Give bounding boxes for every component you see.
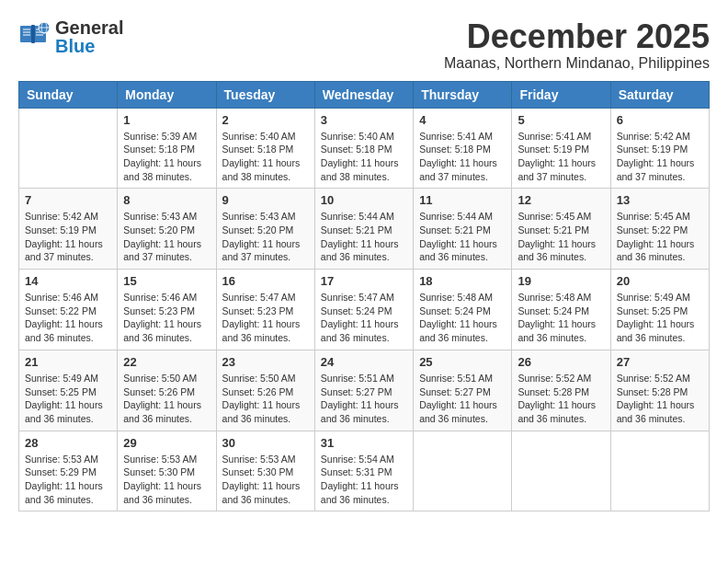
day-info: Sunrise: 5:45 AMSunset: 5:22 PMDaylight:…	[617, 210, 703, 264]
table-row: 26Sunrise: 5:52 AMSunset: 5:28 PMDayligh…	[512, 350, 610, 431]
header-thursday: Thursday	[414, 81, 512, 108]
day-info: Sunrise: 5:50 AMSunset: 5:26 PMDaylight:…	[222, 372, 309, 426]
day-number: 3	[321, 113, 407, 127]
day-number: 13	[617, 193, 703, 207]
day-number: 20	[617, 274, 703, 288]
table-row: 22Sunrise: 5:50 AMSunset: 5:26 PMDayligh…	[118, 350, 216, 431]
table-row: 29Sunrise: 5:53 AMSunset: 5:30 PMDayligh…	[118, 431, 216, 511]
calendar-week-row: 14Sunrise: 5:46 AMSunset: 5:22 PMDayligh…	[19, 270, 710, 350]
day-info: Sunrise: 5:47 AMSunset: 5:23 PMDaylight:…	[222, 291, 309, 345]
day-info: Sunrise: 5:43 AMSunset: 5:20 PMDaylight:…	[123, 210, 210, 264]
day-info: Sunrise: 5:41 AMSunset: 5:18 PMDaylight:…	[419, 130, 506, 184]
header-sunday: Sunday	[19, 81, 118, 108]
logo-icon	[18, 20, 51, 53]
day-number: 19	[518, 274, 604, 288]
day-info: Sunrise: 5:51 AMSunset: 5:27 PMDaylight:…	[321, 372, 407, 426]
day-info: Sunrise: 5:42 AMSunset: 5:19 PMDaylight:…	[25, 210, 111, 264]
table-row: 16Sunrise: 5:47 AMSunset: 5:23 PMDayligh…	[216, 270, 314, 350]
day-info: Sunrise: 5:42 AMSunset: 5:19 PMDaylight:…	[617, 130, 703, 184]
day-number: 23	[222, 355, 309, 369]
table-row	[610, 431, 709, 511]
day-number: 6	[617, 113, 703, 127]
day-info: Sunrise: 5:52 AMSunset: 5:28 PMDaylight:…	[617, 372, 703, 426]
day-number: 29	[123, 436, 210, 450]
day-info: Sunrise: 5:44 AMSunset: 5:21 PMDaylight:…	[419, 210, 506, 264]
table-row	[414, 431, 512, 511]
header-wednesday: Wednesday	[314, 81, 413, 108]
day-number: 4	[419, 113, 506, 127]
day-number: 27	[617, 355, 703, 369]
table-row: 23Sunrise: 5:50 AMSunset: 5:26 PMDayligh…	[216, 350, 314, 431]
svg-rect-1	[20, 26, 33, 42]
day-info: Sunrise: 5:41 AMSunset: 5:19 PMDaylight:…	[518, 130, 604, 184]
title-section: December 2025 Maanas, Northern Mindanao,…	[444, 18, 710, 72]
month-title: December 2025	[444, 18, 710, 55]
logo: General Blue	[18, 18, 123, 55]
day-info: Sunrise: 5:43 AMSunset: 5:20 PMDaylight:…	[222, 210, 309, 264]
header-friday: Friday	[512, 81, 610, 108]
calendar-header-row: Sunday Monday Tuesday Wednesday Thursday…	[19, 81, 710, 108]
day-number: 17	[321, 274, 407, 288]
calendar-week-row: 28Sunrise: 5:53 AMSunset: 5:29 PMDayligh…	[19, 431, 710, 511]
table-row: 5Sunrise: 5:41 AMSunset: 5:19 PMDaylight…	[512, 108, 610, 189]
day-number: 25	[419, 355, 506, 369]
location-title: Maanas, Northern Mindanao, Philippines	[444, 55, 710, 72]
table-row	[512, 431, 610, 511]
day-number: 2	[222, 113, 309, 127]
svg-rect-3	[31, 25, 35, 43]
table-row: 24Sunrise: 5:51 AMSunset: 5:27 PMDayligh…	[314, 350, 413, 431]
table-row: 7Sunrise: 5:42 AMSunset: 5:19 PMDaylight…	[19, 189, 118, 270]
day-info: Sunrise: 5:45 AMSunset: 5:21 PMDaylight:…	[518, 210, 604, 264]
day-info: Sunrise: 5:51 AMSunset: 5:27 PMDaylight:…	[419, 372, 506, 426]
day-info: Sunrise: 5:46 AMSunset: 5:23 PMDaylight:…	[123, 291, 210, 345]
day-number: 24	[321, 355, 407, 369]
day-number: 1	[123, 113, 210, 127]
day-info: Sunrise: 5:40 AMSunset: 5:18 PMDaylight:…	[321, 130, 407, 184]
day-number: 7	[25, 193, 111, 207]
table-row: 14Sunrise: 5:46 AMSunset: 5:22 PMDayligh…	[19, 270, 118, 350]
table-row: 17Sunrise: 5:47 AMSunset: 5:24 PMDayligh…	[314, 270, 413, 350]
table-row: 2Sunrise: 5:40 AMSunset: 5:18 PMDaylight…	[216, 108, 314, 189]
header-monday: Monday	[118, 81, 216, 108]
day-info: Sunrise: 5:39 AMSunset: 5:18 PMDaylight:…	[123, 130, 210, 184]
table-row: 6Sunrise: 5:42 AMSunset: 5:19 PMDaylight…	[610, 108, 709, 189]
day-info: Sunrise: 5:49 AMSunset: 5:25 PMDaylight:…	[617, 291, 703, 345]
table-row: 21Sunrise: 5:49 AMSunset: 5:25 PMDayligh…	[19, 350, 118, 431]
day-info: Sunrise: 5:48 AMSunset: 5:24 PMDaylight:…	[518, 291, 604, 345]
day-number: 31	[321, 436, 407, 450]
day-info: Sunrise: 5:54 AMSunset: 5:31 PMDaylight:…	[321, 453, 407, 507]
day-number: 28	[25, 436, 111, 450]
day-number: 8	[123, 193, 210, 207]
table-row	[19, 108, 118, 189]
table-row: 19Sunrise: 5:48 AMSunset: 5:24 PMDayligh…	[512, 270, 610, 350]
day-info: Sunrise: 5:46 AMSunset: 5:22 PMDaylight:…	[25, 291, 111, 345]
day-number: 11	[419, 193, 506, 207]
day-info: Sunrise: 5:53 AMSunset: 5:30 PMDaylight:…	[222, 453, 309, 507]
day-info: Sunrise: 5:48 AMSunset: 5:24 PMDaylight:…	[419, 291, 506, 345]
day-number: 15	[123, 274, 210, 288]
day-info: Sunrise: 5:40 AMSunset: 5:18 PMDaylight:…	[222, 130, 309, 184]
day-number: 14	[25, 274, 111, 288]
day-info: Sunrise: 5:50 AMSunset: 5:26 PMDaylight:…	[123, 372, 210, 426]
day-info: Sunrise: 5:44 AMSunset: 5:21 PMDaylight:…	[321, 210, 407, 264]
day-number: 30	[222, 436, 309, 450]
logo-blue: Blue	[55, 36, 95, 56]
table-row: 20Sunrise: 5:49 AMSunset: 5:25 PMDayligh…	[610, 270, 709, 350]
day-info: Sunrise: 5:52 AMSunset: 5:28 PMDaylight:…	[518, 372, 604, 426]
day-number: 26	[518, 355, 604, 369]
table-row: 3Sunrise: 5:40 AMSunset: 5:18 PMDaylight…	[314, 108, 413, 189]
table-row: 18Sunrise: 5:48 AMSunset: 5:24 PMDayligh…	[414, 270, 512, 350]
day-number: 10	[321, 193, 407, 207]
day-info: Sunrise: 5:53 AMSunset: 5:30 PMDaylight:…	[123, 453, 210, 507]
table-row: 13Sunrise: 5:45 AMSunset: 5:22 PMDayligh…	[610, 189, 709, 270]
table-row: 15Sunrise: 5:46 AMSunset: 5:23 PMDayligh…	[118, 270, 216, 350]
logo-general: General	[55, 17, 123, 38]
day-info: Sunrise: 5:49 AMSunset: 5:25 PMDaylight:…	[25, 372, 111, 426]
table-row: 27Sunrise: 5:52 AMSunset: 5:28 PMDayligh…	[610, 350, 709, 431]
table-row: 12Sunrise: 5:45 AMSunset: 5:21 PMDayligh…	[512, 189, 610, 270]
table-row: 30Sunrise: 5:53 AMSunset: 5:30 PMDayligh…	[216, 431, 314, 511]
day-number: 21	[25, 355, 111, 369]
table-row: 31Sunrise: 5:54 AMSunset: 5:31 PMDayligh…	[314, 431, 413, 511]
page-header: General Blue December 2025 Maanas, North…	[18, 18, 710, 72]
table-row: 8Sunrise: 5:43 AMSunset: 5:20 PMDaylight…	[118, 189, 216, 270]
